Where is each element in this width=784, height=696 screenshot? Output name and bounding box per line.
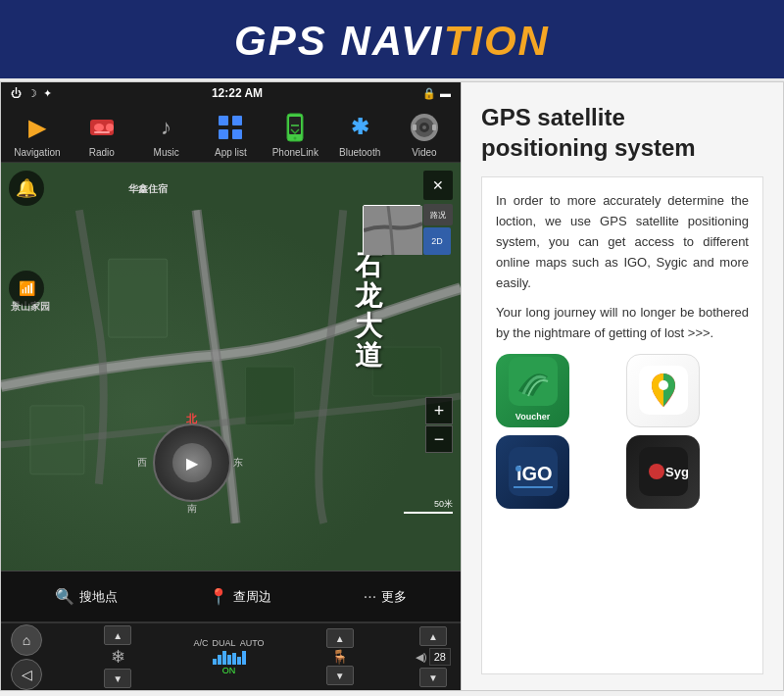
app-sygic[interactable]: Sygic — [626, 435, 700, 509]
more-icon: ··· — [364, 588, 376, 606]
fan-down-left[interactable]: ▼ — [104, 669, 131, 688]
navigation-icon: ▶ — [20, 110, 55, 145]
map-bottom-bar: 🔍 搜地点 📍 查周边 ··· 更多 — [1, 571, 461, 621]
equalizer-bars — [213, 649, 246, 665]
nearby-icon: 📍 — [209, 587, 228, 606]
map-condition-button[interactable]: 路况 — [423, 204, 453, 225]
svg-rect-7 — [232, 129, 242, 139]
nearby-button[interactable]: 📍 查周边 — [209, 587, 271, 606]
car-controls: ⌂ ◁ ▲ ❄ ▼ A/C DUAL AUTO — [1, 621, 461, 690]
vol-up-button[interactable]: ▲ — [419, 626, 447, 646]
fan-up-left[interactable]: ▲ — [104, 625, 131, 645]
moon-icon: ☽ — [27, 87, 37, 100]
search-icon: 🔍 — [55, 587, 74, 606]
svg-text:Sygic: Sygic — [665, 465, 688, 479]
compass-ring: 北 西 东 南 ▶ — [153, 423, 231, 502]
fan-icon: ❄ — [111, 646, 125, 668]
radio-label: Radio — [89, 147, 115, 158]
vol-value: 28 — [429, 648, 451, 666]
map-expand-button[interactable]: ✕ — [423, 171, 453, 200]
header-title-yellow: TION — [444, 18, 550, 64]
map-mini-panel: 路况 2D — [363, 204, 453, 255]
navigation-label: Navigation — [14, 147, 60, 158]
mini-map-thumbnail — [363, 205, 421, 254]
back-button[interactable]: ◁ — [11, 659, 42, 690]
more-button[interactable]: ··· 更多 — [364, 588, 407, 606]
device-panel: ⏻ ☽ ✦ 12:22 AM 🔒 ▬ ▶ Navigation Radio — [1, 82, 462, 690]
map-label-road: 石龙大道 — [355, 251, 382, 372]
app-navigation[interactable]: ▶ Navigation — [10, 110, 64, 158]
info-panel: GPS satellite positioning system In orde… — [462, 82, 783, 690]
app-radio[interactable]: Radio — [74, 110, 128, 158]
svg-rect-3 — [94, 131, 110, 133]
svg-rect-20 — [372, 347, 441, 396]
fan-controls-right: ▲ 🪑 ▼ — [326, 628, 354, 685]
svg-rect-6 — [219, 129, 228, 139]
svg-rect-5 — [232, 116, 242, 125]
page-header: GPS NAVITION — [0, 0, 784, 81]
app-voucher[interactable]: Voucher — [496, 354, 569, 427]
fan-down-right[interactable]: ▼ — [326, 666, 354, 685]
phonelink-label: PhoneLink — [272, 147, 318, 158]
app-bar: ▶ Navigation Radio ♪ Music — [1, 104, 461, 163]
info-title: GPS satellite positioning system — [481, 102, 763, 163]
auto-label: AUTO — [240, 638, 265, 648]
status-time: 12:22 AM — [212, 86, 263, 100]
app-phonelink[interactable]: PhoneLink — [269, 110, 322, 158]
app-google-maps[interactable] — [626, 354, 700, 427]
zoom-controls: + − — [425, 397, 453, 453]
map-left-controls: 🔔 📶 — [9, 171, 44, 306]
svg-point-24 — [659, 380, 668, 390]
svg-rect-1 — [94, 124, 104, 131]
battery-icon: ▬ — [440, 87, 451, 99]
status-bar: ⏻ ☽ ✦ 12:22 AM 🔒 ▬ — [1, 82, 461, 104]
compass-east-label: 东 — [233, 456, 243, 470]
applist-icon — [213, 110, 248, 145]
seat-icon: 🪑 — [331, 649, 348, 665]
vol-down-button[interactable]: ▼ — [419, 668, 447, 687]
phonelink-icon — [277, 110, 313, 145]
svg-rect-16 — [432, 124, 436, 130]
app-music[interactable]: ♪ Music — [139, 110, 193, 158]
home-controls: ⌂ ◁ — [11, 624, 42, 690]
zoom-out-button[interactable]: − — [425, 425, 453, 453]
svg-rect-15 — [413, 124, 416, 130]
dual-label: DUAL — [213, 638, 236, 648]
svg-point-27 — [515, 466, 521, 472]
map-2d-button[interactable]: 2D — [423, 227, 451, 255]
zoom-in-button[interactable]: + — [425, 397, 453, 424]
svg-point-29 — [649, 464, 664, 479]
header-title: GPS NAVITION — [0, 18, 784, 65]
map-wifi-icon[interactable]: 📶 — [9, 271, 44, 306]
info-para2: Your long journey will no longer be both… — [496, 303, 749, 344]
ac-label: A/C — [194, 638, 209, 648]
video-label: Video — [412, 147, 436, 158]
app-video[interactable]: Video — [397, 110, 451, 158]
scale-label: 50米 — [434, 499, 453, 509]
brightness-icon: ✦ — [43, 87, 52, 100]
search-label: 搜地点 — [79, 588, 118, 606]
nearby-label: 查周边 — [233, 588, 271, 606]
main-content: ⏻ ☽ ✦ 12:22 AM 🔒 ▬ ▶ Navigation Radio — [0, 81, 784, 691]
fan-controls-left: ▲ ❄ ▼ — [104, 625, 131, 688]
svg-rect-4 — [219, 116, 228, 125]
app-applist[interactable]: App list — [204, 110, 258, 158]
app-bluetooth[interactable]: ✱ Bluetooth — [333, 110, 387, 158]
svg-point-2 — [106, 124, 114, 131]
ac-group: A/C DUAL AUTO ON — [194, 638, 265, 675]
info-title-line1: GPS satellite — [481, 104, 625, 130]
search-location-button[interactable]: 🔍 搜地点 — [55, 587, 118, 606]
compass-play-button[interactable]: ▶ — [172, 443, 212, 482]
status-left-icons: ⏻ ☽ ✦ — [11, 87, 52, 100]
compass: 北 西 东 南 ▶ — [153, 423, 231, 502]
map-scale: 50米 — [404, 498, 453, 514]
music-icon: ♪ — [149, 110, 184, 145]
app-igo[interactable]: iGO — [496, 435, 569, 509]
power-icon: ⏻ — [11, 87, 22, 99]
home-button[interactable]: ⌂ — [11, 624, 42, 656]
fan-up-right[interactable]: ▲ — [326, 628, 354, 648]
map-alert-icon[interactable]: 🔔 — [9, 171, 44, 206]
svg-point-14 — [422, 125, 426, 129]
header-title-white: GPS NAVI — [234, 18, 444, 64]
map-area[interactable]: 华鑫住宿 景山家园 石龙大道 ✕ 路况 2D — [1, 163, 461, 571]
